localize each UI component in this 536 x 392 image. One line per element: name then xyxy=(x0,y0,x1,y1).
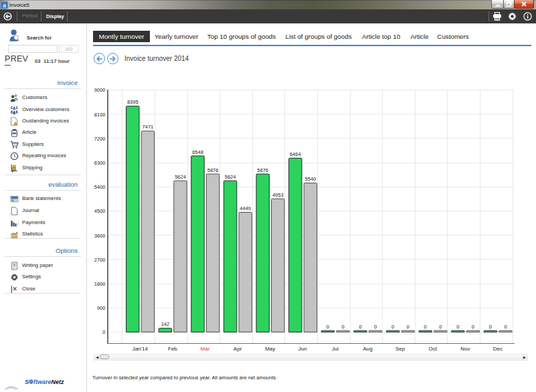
svg-text:4953: 4953 xyxy=(272,192,284,198)
svg-text:8395: 8395 xyxy=(127,99,139,105)
svg-text:2700: 2700 xyxy=(94,257,106,263)
svg-text:Sep: Sep xyxy=(395,346,406,352)
svg-text:Mar: Mar xyxy=(201,346,210,352)
svg-text:3600: 3600 xyxy=(94,233,106,239)
svg-text:0: 0 xyxy=(456,324,459,330)
svg-text:5876: 5876 xyxy=(257,167,268,173)
svg-text:900: 900 xyxy=(97,305,106,311)
svg-text:4500: 4500 xyxy=(94,208,106,214)
svg-text:6300: 6300 xyxy=(94,160,106,166)
svg-text:Jan'14: Jan'14 xyxy=(132,346,149,352)
svg-text:5624: 5624 xyxy=(175,174,186,180)
svg-text:Apr: Apr xyxy=(234,346,242,352)
svg-text:0: 0 xyxy=(391,324,394,330)
svg-text:0: 0 xyxy=(407,324,410,330)
svg-text:8100: 8100 xyxy=(94,112,106,118)
svg-text:7471: 7471 xyxy=(143,124,154,130)
svg-text:5876: 5876 xyxy=(207,167,219,173)
svg-text:0: 0 xyxy=(439,324,442,330)
svg-text:6548: 6548 xyxy=(192,149,203,155)
svg-text:0: 0 xyxy=(489,324,492,330)
svg-text:Jun: Jun xyxy=(298,346,307,352)
svg-text:0: 0 xyxy=(424,324,427,330)
svg-text:9000: 9000 xyxy=(94,87,106,93)
svg-text:6464: 6464 xyxy=(290,151,301,157)
svg-text:Dec: Dec xyxy=(493,346,503,352)
svg-text:0: 0 xyxy=(327,324,329,330)
svg-text:1800: 1800 xyxy=(94,281,106,287)
svg-text:a: a xyxy=(3,2,6,9)
svg-text:5400: 5400 xyxy=(94,184,106,190)
svg-text:0: 0 xyxy=(341,324,344,330)
svg-text:!: ! xyxy=(15,122,16,125)
svg-text:7200: 7200 xyxy=(94,136,106,142)
svg-text:Jul: Jul xyxy=(332,346,339,352)
svg-text:Aug: Aug xyxy=(363,346,372,352)
svg-text:0: 0 xyxy=(359,324,361,330)
svg-text:0: 0 xyxy=(102,329,105,335)
svg-text:5540: 5540 xyxy=(305,176,317,182)
svg-text:5624: 5624 xyxy=(225,174,236,180)
svg-text:May: May xyxy=(265,346,275,352)
svg-text:0: 0 xyxy=(472,324,474,330)
svg-text:0: 0 xyxy=(374,324,377,330)
svg-text:0: 0 xyxy=(504,324,507,330)
svg-text:142: 142 xyxy=(161,321,170,327)
svg-text:4449: 4449 xyxy=(240,205,251,211)
svg-text:Feb: Feb xyxy=(168,346,177,352)
svg-text:Oct: Oct xyxy=(428,346,437,352)
svg-text:Nov: Nov xyxy=(460,346,470,352)
